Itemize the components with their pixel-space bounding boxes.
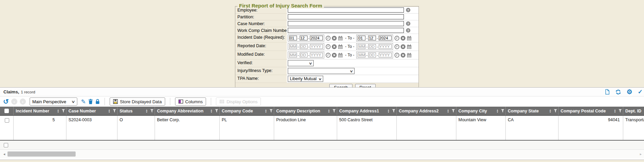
column-header-status[interactable]: Status ▲▼ xyxy=(117,107,155,115)
reported-to-year-input[interactable] xyxy=(379,44,392,49)
modified-from-day-input[interactable] xyxy=(300,53,308,57)
column-header-company-address2[interactable]: Company Address2 ▲▼ xyxy=(397,107,456,115)
modified-to-month-input[interactable] xyxy=(358,53,365,57)
column-header-case-number[interactable]: Case Number ▲▼ xyxy=(66,107,117,115)
footer-checkbox[interactable] xyxy=(4,143,8,147)
clear-date-icon[interactable] xyxy=(400,53,406,58)
undo-icon[interactable]: ↺ xyxy=(3,98,9,105)
clear-date-icon[interactable] xyxy=(332,53,337,58)
column-header-company-state[interactable]: Company State ▲▼ xyxy=(506,107,559,115)
sort-icon[interactable]: ▲▼ xyxy=(497,109,499,113)
column-header-incident-number[interactable]: Incident Number ▲▼ xyxy=(14,107,66,115)
incident-from-year-input[interactable] xyxy=(310,36,323,40)
filter-icon[interactable] xyxy=(392,109,395,113)
injury-type-select[interactable]: ∨ xyxy=(288,68,355,74)
modified-from-month-input[interactable] xyxy=(289,53,297,57)
next-perspective-button[interactable]: › xyxy=(20,98,26,105)
row-select-cell[interactable] xyxy=(0,116,14,140)
clear-date-icon[interactable] xyxy=(400,44,406,49)
sort-icon[interactable]: ▲▼ xyxy=(614,109,616,113)
calendar-icon[interactable] xyxy=(407,44,412,49)
column-header-company-city[interactable]: Company City ▲▼ xyxy=(456,107,506,115)
tpa-name-select[interactable]: Liberty Mutual ∨ xyxy=(288,76,323,82)
sort-icon[interactable]: ▲▼ xyxy=(108,109,110,113)
scroll-left-arrow[interactable]: ◄ xyxy=(3,152,6,156)
sort-icon[interactable]: ▲▼ xyxy=(210,109,213,113)
case-number-input[interactable] xyxy=(288,21,404,26)
incident-to-day-input[interactable] xyxy=(368,36,376,40)
sort-icon[interactable]: ▲▼ xyxy=(388,109,390,113)
clear-date-icon[interactable] xyxy=(400,36,406,41)
scrollbar-thumb[interactable] xyxy=(7,151,76,157)
column-header-company-code[interactable]: Company Code ▲▼ xyxy=(220,107,274,115)
work-comp-claim-number-input[interactable] xyxy=(288,28,404,33)
gear-icon[interactable]: ⚙ xyxy=(627,89,632,95)
filter-icon[interactable] xyxy=(62,109,65,113)
sort-icon[interactable]: ▲▼ xyxy=(57,109,59,113)
filter-icon[interactable] xyxy=(113,109,116,113)
check-icon[interactable]: ✓ xyxy=(638,88,643,95)
time-picker-icon[interactable] xyxy=(326,53,331,58)
time-picker-icon[interactable] xyxy=(326,44,331,49)
sort-icon[interactable]: ▲▼ xyxy=(328,109,330,113)
edit-perspective-icon[interactable]: ✎ xyxy=(81,98,86,105)
filter-icon[interactable] xyxy=(452,109,455,113)
incident-to-month-input[interactable] xyxy=(358,36,365,40)
scroll-right-arrow[interactable]: ► xyxy=(639,152,642,156)
reported-to-day-input[interactable] xyxy=(368,44,376,49)
store-displayed-data-button[interactable]: Store Displayed Data xyxy=(110,97,165,106)
modified-to-year-input[interactable] xyxy=(379,53,392,57)
filter-icon[interactable] xyxy=(269,109,273,113)
incident-from-month-input[interactable] xyxy=(289,36,297,40)
verified-select[interactable]: ∨ xyxy=(288,60,314,66)
sort-icon[interactable]: ▲▼ xyxy=(447,109,449,113)
perspective-select[interactable]: Main Perspective ∨ xyxy=(30,97,77,106)
column-header-company-abbreviation[interactable]: Company Abbreviation ▲▼ xyxy=(155,107,220,115)
reported-from-month-input[interactable] xyxy=(289,44,297,49)
table-row[interactable]: 5 S2024-0003 O Better Corp. PL Productio… xyxy=(0,116,644,140)
filter-icon[interactable] xyxy=(554,109,557,113)
calendar-icon[interactable] xyxy=(338,53,343,58)
columns-button[interactable]: Columns xyxy=(175,97,206,106)
partition-input[interactable] xyxy=(288,14,404,19)
filter-icon[interactable] xyxy=(332,109,336,113)
clear-date-icon[interactable] xyxy=(332,44,337,49)
filter-icon[interactable] xyxy=(215,109,218,113)
sort-icon[interactable]: ▲▼ xyxy=(146,109,148,113)
filter-icon[interactable] xyxy=(618,109,622,113)
new-page-icon[interactable] xyxy=(605,89,610,95)
clear-date-icon[interactable] xyxy=(332,36,337,41)
sort-icon[interactable]: ▲▼ xyxy=(549,109,551,113)
time-picker-icon[interactable] xyxy=(394,44,399,49)
filter-icon[interactable] xyxy=(501,109,504,113)
select-all-checkbox[interactable] xyxy=(4,109,9,113)
filter-icon[interactable] xyxy=(150,109,154,113)
reported-from-year-input[interactable] xyxy=(310,44,323,49)
select-all-header-cell[interactable] xyxy=(0,107,14,115)
column-header-company-address1[interactable]: Company Address1 ▲▼ xyxy=(337,107,397,115)
previous-perspective-button[interactable]: ‹ xyxy=(11,98,17,105)
incident-from-day-input[interactable] xyxy=(300,36,308,40)
modified-from-year-input[interactable] xyxy=(310,53,323,57)
calendar-icon[interactable] xyxy=(407,53,412,58)
calendar-icon[interactable] xyxy=(407,36,412,41)
delete-perspective-icon[interactable] xyxy=(88,99,93,104)
time-picker-icon[interactable] xyxy=(394,36,399,41)
help-icon[interactable]: ? xyxy=(406,28,410,33)
time-picker-icon[interactable] xyxy=(326,36,331,41)
reported-from-day-input[interactable] xyxy=(300,44,308,49)
modified-to-day-input[interactable] xyxy=(368,53,376,57)
row-checkbox[interactable] xyxy=(5,118,9,123)
time-picker-icon[interactable] xyxy=(394,53,399,58)
refresh-icon[interactable] xyxy=(615,89,621,95)
calendar-icon[interactable] xyxy=(338,36,343,41)
column-header-dept-id[interactable]: Dept. ID ▲▼ xyxy=(623,107,644,115)
calendar-icon[interactable] xyxy=(338,44,343,49)
help-icon[interactable]: ? xyxy=(406,8,410,12)
reported-to-month-input[interactable] xyxy=(358,44,365,49)
incident-to-year-input[interactable] xyxy=(379,36,392,40)
sort-icon[interactable]: ▲▼ xyxy=(265,109,267,113)
column-header-company-description[interactable]: Company Description ▲▼ xyxy=(274,107,337,115)
lock-icon[interactable] xyxy=(95,99,100,104)
horizontal-scrollbar[interactable]: ◄ ► xyxy=(0,149,644,158)
